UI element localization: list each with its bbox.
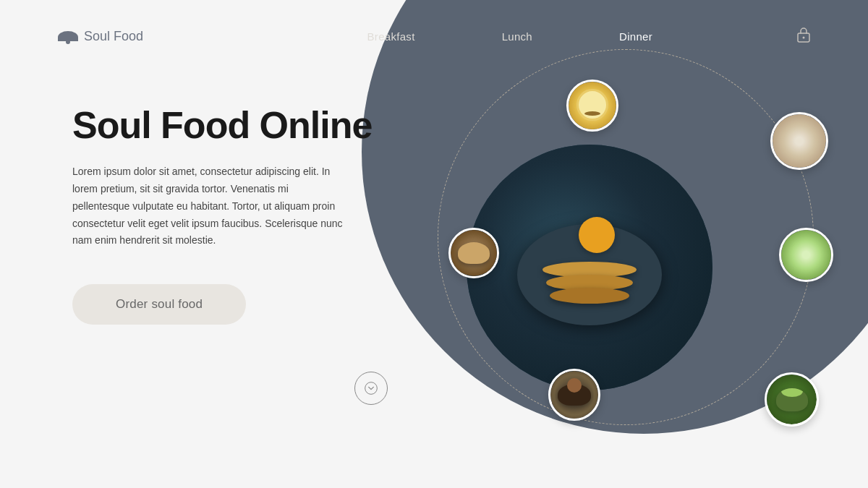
food-thumb-bowl-br[interactable] — [765, 372, 819, 427]
hero-description: Lorem ipsum dolor sit amet, consectetur … — [72, 163, 347, 249]
brand-name: Soul Food — [84, 29, 143, 44]
main-food-inner — [467, 145, 712, 390]
food-thumb-soup[interactable] — [566, 80, 618, 132]
hero-content: Soul Food Online Lorem ipsum dolor sit a… — [72, 105, 372, 325]
food-thumb-salad-right[interactable] — [779, 228, 833, 282]
pancake-layer-3 — [550, 288, 629, 304]
food-thumb-salad-top[interactable] — [770, 112, 828, 170]
mixed-bowl-image — [451, 230, 497, 276]
account-icon[interactable] — [797, 27, 810, 46]
pancake-stack — [539, 265, 640, 304]
bowl-icon — [58, 31, 78, 41]
bowl-bl-image — [550, 371, 598, 419]
order-button[interactable]: Order soul food — [72, 284, 246, 325]
scroll-down-button[interactable] — [354, 372, 388, 405]
chevron-down-icon — [364, 381, 378, 395]
main-food-image — [467, 145, 712, 390]
nav-links: Breakfast Lunch Dinner — [367, 27, 810, 46]
svg-point-2 — [365, 382, 378, 395]
bowl-br-image — [767, 374, 817, 424]
logo-area[interactable]: Soul Food — [58, 29, 367, 44]
nav-lunch[interactable]: Lunch — [502, 30, 532, 43]
nav-dinner[interactable]: Dinner — [619, 30, 652, 43]
orange-garnish — [579, 217, 615, 253]
svg-point-1 — [803, 36, 805, 38]
navbar: Soul Food Breakfast Lunch Dinner — [0, 0, 868, 72]
food-thumb-bowl-bl[interactable] — [548, 369, 600, 421]
salad-right-image — [781, 230, 831, 280]
soup-image — [569, 82, 616, 129]
hero-title: Soul Food Online — [72, 105, 372, 146]
salad-top-image — [773, 114, 826, 168]
food-thumb-mixed[interactable] — [448, 228, 499, 278]
pancake-visual — [517, 210, 662, 325]
nav-breakfast[interactable]: Breakfast — [367, 30, 415, 43]
